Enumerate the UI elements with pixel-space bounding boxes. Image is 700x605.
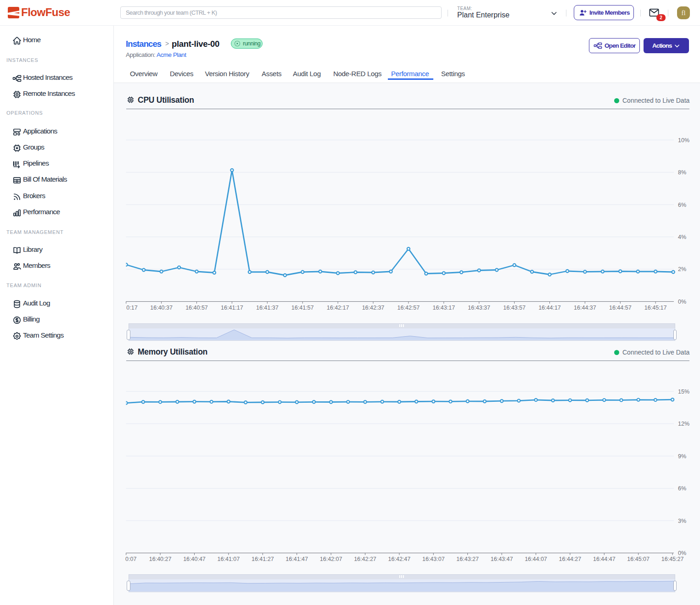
svg-text:4%: 4% [678,234,686,240]
svg-text:16:44:27: 16:44:27 [559,556,582,562]
svg-text:6%: 6% [678,485,686,492]
svg-text:16:41:27: 16:41:27 [252,556,274,562]
svg-text:3%: 3% [678,518,686,524]
svg-text:16:41:47: 16:41:47 [286,556,308,562]
svg-text:16:42:17: 16:42:17 [327,305,349,311]
svg-text:10%: 10% [678,137,689,144]
svg-text:16:42:57: 16:42:57 [398,305,420,311]
svg-text:0%: 0% [678,299,686,305]
svg-text:16:44:47: 16:44:47 [593,556,616,562]
svg-text:16:45:07: 16:45:07 [627,556,650,562]
svg-text:16:41:07: 16:41:07 [218,556,240,562]
svg-text:8%: 8% [678,169,686,176]
svg-text:6%: 6% [678,202,686,208]
svg-text:16:43:07: 16:43:07 [422,556,445,562]
svg-text:16:43:47: 16:43:47 [491,556,513,562]
svg-text:16:43:27: 16:43:27 [456,556,479,562]
svg-text:16:42:07: 16:42:07 [320,556,342,562]
svg-text:16:45:27: 16:45:27 [661,556,684,562]
svg-text:16:40:37: 16:40:37 [150,305,173,311]
svg-text:16:43:37: 16:43:37 [468,305,490,311]
svg-text:2%: 2% [678,266,686,272]
svg-text:16:41:37: 16:41:37 [256,305,279,311]
svg-text:0:07: 0:07 [125,556,136,562]
svg-text:16:44:37: 16:44:37 [574,305,596,311]
svg-text:16:45:17: 16:45:17 [644,305,667,311]
svg-text:16:43:17: 16:43:17 [432,305,455,311]
svg-text:16:42:47: 16:42:47 [388,556,411,562]
svg-text:15%: 15% [678,389,689,395]
svg-text:16:40:57: 16:40:57 [185,305,208,311]
svg-text:16:43:57: 16:43:57 [503,305,526,311]
svg-text:16:41:17: 16:41:17 [221,305,243,311]
svg-text:16:44:17: 16:44:17 [538,305,561,311]
svg-text:16:41:57: 16:41:57 [291,305,314,311]
svg-text:0%: 0% [678,550,686,556]
svg-text:16:44:57: 16:44:57 [609,305,632,311]
svg-text:16:44:07: 16:44:07 [525,556,547,562]
svg-text:16:42:27: 16:42:27 [354,556,376,562]
svg-text:9%: 9% [678,453,686,460]
svg-text:0:17: 0:17 [126,305,137,311]
svg-text:16:42:37: 16:42:37 [362,305,385,311]
svg-text:16:40:47: 16:40:47 [183,556,206,562]
svg-text:16:40:27: 16:40:27 [149,556,172,562]
svg-text:12%: 12% [678,421,689,427]
